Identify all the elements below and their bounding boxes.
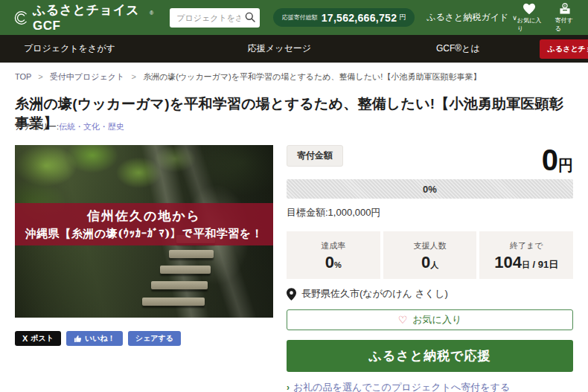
category-line: カテゴリー:伝統・文化・歴史 [15, 121, 124, 132]
logo-text: ふるさとチョイスGCF [33, 1, 145, 33]
nav-item-search-projects[interactable]: プロジェクトをさがす [24, 42, 115, 55]
stat-label: 終了まで [510, 240, 543, 251]
category-link[interactable]: 伝統・文化・歴史 [59, 122, 124, 131]
donation-panel: 寄付金額 0円 0% 目標金額:1,000,000円 達成率 0% 支援人数 0… [287, 145, 573, 392]
total-donation-pill: 応援寄付総額 17,562,666,752 円 [273, 8, 415, 27]
share-buttons: X ポスト いいね！ シェアする [15, 331, 181, 346]
like-label: いいね！ [85, 333, 115, 344]
x-logo-icon: X [22, 334, 28, 343]
donation-box-icon [558, 3, 572, 15]
stat-value: 104 [494, 253, 522, 271]
stat-unit: 人 [430, 260, 438, 269]
total-donation-amount: 17,562,666,752 [322, 12, 397, 24]
x-post-label: ポスト [31, 333, 54, 344]
total-donation-label: 応援寄付総額 [282, 13, 318, 22]
image-text-banner: 信州佐久の地から 沖縄県【糸洲の壕(ｳｯｶｰｶﾞﾏ)】で平和学習を！ [15, 203, 273, 245]
donation-amount-unit: 円 [558, 157, 573, 173]
favorite-button-label: お気に入り [412, 313, 461, 327]
header-search [170, 8, 260, 28]
location-row: 長野県佐久市(ながのけん さくし) [287, 287, 573, 301]
gift-selection-link[interactable]: › お礼の品を選んでこのプロジェクトへ寄付をする [287, 381, 573, 392]
donation-amount-badge: 寄付金額 [287, 145, 343, 167]
chevron-down-icon: ∨ [512, 14, 517, 22]
donate-button[interactable]: ふるさと納税で応援 [287, 340, 573, 372]
total-donation-unit: 円 [399, 13, 406, 22]
project-main-image: 信州佐久の地から 沖縄県【糸洲の壕(ｳｯｶｰｶﾞﾏ)】で平和学習を！ [15, 145, 273, 318]
stat-label: 支援人数 [414, 240, 447, 251]
goal-amount: 目標金額:1,000,000円 [287, 206, 573, 219]
stat-days-remaining: 終了まで 104日 / 91日 [479, 231, 573, 279]
progress-bar: 0% [287, 179, 573, 199]
stat-unit: 日 [522, 260, 530, 269]
tax-guide-menu[interactable]: ふるさと納税ガイド ∨ [426, 11, 517, 24]
furusato-choice-button[interactable]: ふるさとチョイス [540, 39, 588, 59]
banner-line2: 沖縄県【糸洲の壕(ｳｯｶｰｶﾞﾏ)】で平和学習を！ [25, 227, 263, 241]
heart-outline-icon: ♡ [398, 315, 408, 325]
donation-amount: 0円 [542, 145, 573, 175]
stat-unit: % [334, 260, 342, 269]
favorite-button[interactable]: ♡ お気に入り [287, 309, 573, 330]
furusato-choice-logo-icon [13, 9, 28, 27]
breadcrumb-current: 糸洲の壕(ウッカーガマ)を平和学習の場とするため、整備したい!【小池勇助軍医顕彰… [143, 72, 482, 81]
donation-amount-value: 0 [542, 144, 558, 176]
facebook-like-button[interactable]: いいね！ [66, 331, 123, 346]
location-pin-icon [287, 288, 296, 301]
category-label: カテゴリー: [15, 122, 59, 131]
stat-label: 達成率 [321, 240, 345, 251]
photo-stone-steps [141, 235, 230, 313]
share-label: シェアする [135, 333, 173, 344]
donate-caption: 寄付する [555, 16, 575, 33]
breadcrumb-separator: > [38, 72, 42, 81]
site-header: ふるさとチョイスGCF ® 応援寄付総額 17,562,666,752 円 ふる… [0, 0, 588, 35]
main-nav: プロジェクトをさがす 応援メッセージ GCF®とは ふるさとチョイス 災害支援 [0, 35, 588, 63]
stat-supporters: 支援人数 0人 [383, 231, 477, 279]
site-logo[interactable]: ふるさとチョイスGCF ® [13, 1, 153, 33]
nav-item-about-gcf[interactable]: GCF®とは [436, 42, 480, 55]
stat-achievement-rate: 達成率 0% [287, 231, 380, 279]
gift-link-text: お礼の品を選んでこのプロジェクトへ寄付をする [293, 381, 510, 392]
amount-row: 寄付金額 0円 [287, 145, 573, 173]
header-donate-button[interactable]: 寄付する [555, 3, 575, 33]
banner-line1: 信州佐久の地から [87, 208, 201, 225]
logo-registered-mark: ® [150, 10, 153, 16]
stat-value: 0 [421, 253, 430, 271]
breadcrumb-separator: > [131, 72, 135, 81]
breadcrumb: TOP > 受付中プロジェクト > 糸洲の壕(ウッカーガマ)を平和学習の場とする… [15, 71, 573, 83]
favorites-caption: お気に入り [517, 16, 542, 33]
nav-item-support-messages[interactable]: 応援メッセージ [248, 42, 311, 55]
thumbs-up-icon [74, 335, 82, 343]
stat-suffix: / 91日 [530, 259, 558, 270]
stats-row: 達成率 0% 支援人数 0人 終了まで 104日 / 91日 [287, 231, 573, 279]
share-button[interactable]: シェアする [128, 331, 181, 346]
breadcrumb-accepting-link[interactable]: 受付中プロジェクト [50, 72, 125, 81]
progress-percent: 0% [423, 184, 437, 195]
heart-icon [523, 3, 536, 15]
page: ふるさとチョイスGCF ® 応援寄付総額 17,562,666,752 円 ふる… [0, 0, 588, 392]
header-actions: お気に入り 寄付する [517, 3, 575, 33]
stat-value: 0 [325, 253, 334, 271]
chevron-right-icon: › [287, 382, 290, 392]
search-icon[interactable] [243, 11, 257, 25]
tax-guide-label: ふるさと納税ガイド [426, 11, 508, 24]
x-post-button[interactable]: X ポスト [15, 331, 61, 346]
header-favorites-button[interactable]: お気に入り [517, 3, 542, 33]
breadcrumb-top-link[interactable]: TOP [15, 72, 31, 81]
location-text: 長野県佐久市(ながのけん さくし) [301, 287, 448, 301]
